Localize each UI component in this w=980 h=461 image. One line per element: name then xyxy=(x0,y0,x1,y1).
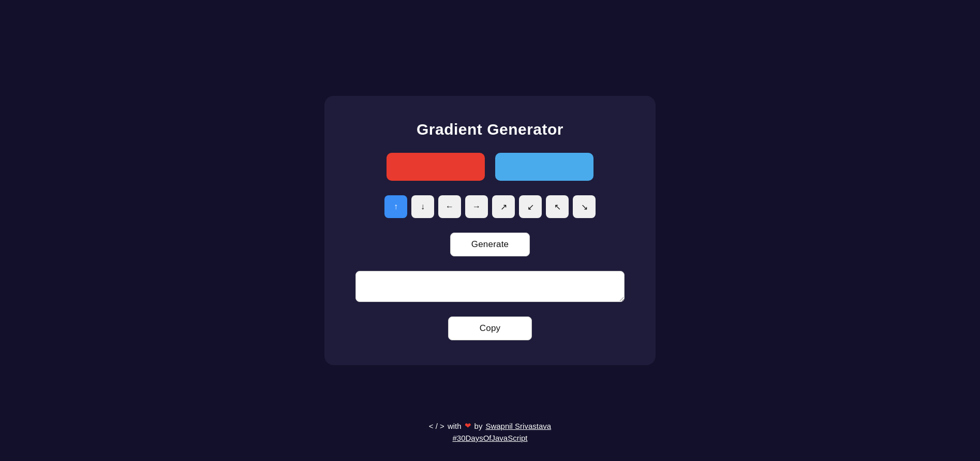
code-symbol: < / > xyxy=(429,422,444,430)
direction-bottom-left-button[interactable]: ↙ xyxy=(519,195,542,218)
direction-top-left-button[interactable]: ↖ xyxy=(546,195,569,218)
direction-left-button[interactable]: ← xyxy=(438,195,461,218)
color-picker-2[interactable] xyxy=(495,153,593,181)
gradient-generator-card: Gradient Generator ↑ ↓ ← → ↗ ↙ ↖ ↘ Gener… xyxy=(324,96,656,365)
hashtag-link[interactable]: #30DaysOfJavaScript xyxy=(452,434,527,442)
heart-icon: ❤ xyxy=(465,421,471,430)
author-link[interactable]: Swapnil Srivastava xyxy=(485,422,551,430)
copy-button[interactable]: Copy xyxy=(448,316,532,340)
direction-down-button[interactable]: ↓ xyxy=(411,195,434,218)
with-text: with xyxy=(448,422,462,430)
direction-bottom-right-button[interactable]: ↘ xyxy=(573,195,596,218)
direction-up-button[interactable]: ↑ xyxy=(384,195,407,218)
by-text: by xyxy=(474,422,483,430)
css-output-textarea[interactable] xyxy=(355,271,625,302)
direction-right-button[interactable]: → xyxy=(465,195,488,218)
direction-top-right-button[interactable]: ↗ xyxy=(492,195,515,218)
color-pickers-row xyxy=(387,153,593,181)
generate-button[interactable]: Generate xyxy=(450,233,530,256)
footer: < / > with ❤ by Swapnil Srivastava #30Da… xyxy=(0,421,980,442)
direction-buttons-row: ↑ ↓ ← → ↗ ↙ ↖ ↘ xyxy=(384,195,596,218)
page-title: Gradient Generator xyxy=(417,121,563,138)
color-picker-1[interactable] xyxy=(387,153,485,181)
footer-attribution: < / > with ❤ by Swapnil Srivastava xyxy=(429,421,551,430)
footer-hashtag-row: #30DaysOfJavaScript xyxy=(452,434,527,442)
